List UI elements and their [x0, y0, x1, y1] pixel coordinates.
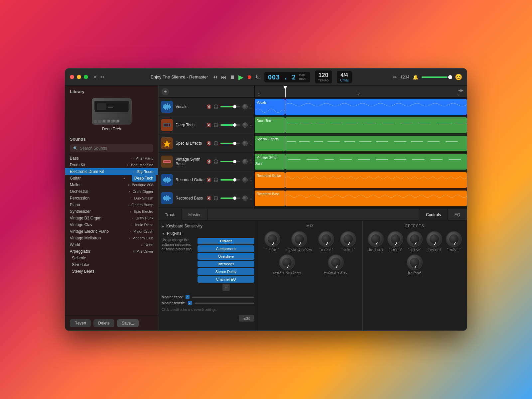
clip-deep-tech-before[interactable]: Deep Tech — [255, 117, 285, 133]
category-piano[interactable]: Piano › Electro Bump — [65, 201, 158, 208]
keyboard-sensitivity-row[interactable]: ▶ Keyboard Sensitivity — [162, 224, 254, 228]
track-lane-vintage-synth-bass[interactable]: Vintage Synth Bass — [255, 153, 467, 171]
master-echo-checkbox[interactable]: ✓ — [186, 295, 190, 299]
mute-icon[interactable]: 🔇 — [206, 141, 211, 146]
category-vintage-clav[interactable]: Vintage Clav › Indie Disco — [65, 221, 158, 228]
mute-icon[interactable]: 🔇 — [206, 159, 211, 164]
tab-master[interactable]: Master — [182, 209, 208, 220]
track-volume-slider[interactable] — [220, 198, 240, 199]
track-pan-knob[interactable] — [242, 104, 248, 109]
kick-knob[interactable] — [264, 231, 280, 247]
edit-button[interactable]: Edit — [239, 315, 254, 322]
tempo-display[interactable]: 120 TEMPO — [315, 70, 332, 83]
mute-icon[interactable]: 🔇 — [206, 196, 211, 200]
crush-knob[interactable] — [387, 231, 403, 247]
category-bass[interactable]: Bass › After Party — [65, 155, 158, 162]
search-bar[interactable]: 🔍 — [70, 144, 153, 152]
plugin-ultrabt[interactable]: Ultrabt — [198, 238, 254, 244]
category-mallet[interactable]: Mallet › Boutique 808 — [65, 182, 158, 188]
category-drumkit[interactable]: Drum Kit › Beat Machine — [65, 162, 158, 168]
drive-knob[interactable] — [446, 231, 462, 247]
headphones-icon[interactable]: 🎧 — [213, 123, 218, 127]
headphones-icon[interactable]: 🎧 — [213, 196, 218, 200]
track-lane-vocals[interactable]: Vocals — [255, 98, 467, 116]
high-cut-knob[interactable] — [368, 231, 384, 247]
minimize-button[interactable] — [77, 75, 81, 79]
alert-icon[interactable]: 🔔 — [413, 74, 418, 80]
subcategory-seismic[interactable]: Seismic — [65, 255, 158, 261]
plugin-channel-eq[interactable]: Channel EQ — [198, 276, 254, 283]
playhead[interactable] — [285, 86, 286, 97]
hihats-knob[interactable] — [318, 231, 334, 247]
plugin-compressor[interactable]: Compressor — [198, 245, 254, 252]
clip-vocals-after[interactable] — [285, 99, 467, 115]
timeline-ruler[interactable]: 1 2 3 ◀▶ — [255, 86, 467, 98]
search-input[interactable] — [80, 146, 150, 151]
delay-knob[interactable] — [407, 231, 423, 247]
clip-recorded-guitar-after[interactable] — [285, 172, 467, 188]
clip-recorded-guitar-before[interactable]: Recorded Guitar — [255, 172, 285, 188]
master-echo-slider[interactable] — [192, 297, 254, 298]
category-vintage-mellotron[interactable]: Vintage Mellotron › Modern Club — [65, 235, 158, 241]
rewind-button[interactable]: ⏮ — [212, 74, 218, 80]
add-plugin-button[interactable]: + — [222, 284, 230, 291]
master-reverb-checkbox[interactable]: ✓ — [188, 301, 192, 305]
track-lane-special-effects[interactable]: Special Effects — [255, 134, 467, 153]
track-lane-deep-tech[interactable]: Deep Tech — [255, 116, 467, 134]
track-lane-recorded-guitar[interactable]: Recorded Guitar — [255, 171, 467, 189]
track-lane-recorded-bass[interactable]: Recorded Bass — [255, 189, 467, 207]
track-pan-knob[interactable] — [242, 177, 248, 183]
category-world[interactable]: World › Neon — [65, 241, 158, 248]
add-track-button[interactable]: + — [162, 88, 169, 95]
mute-icon[interactable]: 🔇 — [206, 123, 211, 127]
account-icon[interactable]: 😊 — [455, 73, 462, 81]
track-volume-slider[interactable] — [220, 106, 240, 107]
track-volume-slider[interactable] — [220, 143, 240, 144]
track-pan-knob[interactable] — [242, 159, 248, 164]
snare-knob[interactable] — [291, 231, 307, 247]
clip-vintage-synth-before[interactable]: Vintage Synth Bass — [255, 154, 285, 170]
subcategory-steely-beats[interactable]: Steely Beats — [65, 268, 158, 275]
clip-vintage-synth-after[interactable] — [285, 154, 467, 170]
play-button[interactable]: ▶ — [238, 73, 243, 81]
category-vintage-b3[interactable]: Vintage B3 Organ › Gritty Funk — [65, 215, 158, 221]
plugin-stereo-delay[interactable]: Stereo Delay — [198, 268, 254, 275]
delete-button[interactable]: Delete — [93, 319, 114, 327]
brightness-icon[interactable]: ☀ — [93, 74, 97, 80]
track-volume-slider[interactable] — [220, 179, 240, 181]
save-button[interactable]: Save... — [117, 319, 139, 327]
maximize-button[interactable] — [84, 75, 88, 79]
reverb-knob[interactable] — [407, 254, 423, 270]
track-pan-knob[interactable] — [242, 122, 248, 128]
headphones-icon[interactable]: 🎧 — [213, 178, 218, 182]
track-volume-slider[interactable] — [220, 124, 240, 126]
subcategory-deep-tech[interactable]: Deep Tech — [132, 175, 156, 182]
clip-special-effects-after[interactable] — [285, 136, 467, 151]
stop-button[interactable]: ⏹ — [230, 74, 235, 80]
clip-recorded-bass-before[interactable]: Recorded Bass — [255, 191, 285, 206]
perc-knob[interactable] — [279, 254, 295, 270]
tab-eq[interactable]: EQ — [448, 209, 467, 220]
master-reverb-slider[interactable] — [195, 303, 254, 304]
category-arpeggiator[interactable]: Arpeggiator › Pile Driver — [65, 248, 158, 255]
clip-deep-tech-after[interactable] — [285, 117, 467, 133]
toms-knob[interactable] — [340, 231, 356, 247]
category-percussion[interactable]: Percussion › Dub Smash — [65, 195, 158, 201]
revert-button[interactable]: Revert — [70, 319, 91, 327]
clip-special-effects-before[interactable]: Special Effects — [255, 136, 285, 151]
pencil-icon[interactable]: ✏ — [393, 74, 397, 80]
record-button[interactable]: ⏺ — [247, 74, 252, 80]
plugin-bitcrusher[interactable]: Bitcrusher — [198, 261, 254, 267]
headphones-icon[interactable]: 🎧 — [213, 159, 218, 164]
mute-icon[interactable]: 🔇 — [206, 178, 211, 182]
track-pan-knob[interactable] — [242, 196, 248, 201]
tab-track[interactable]: Track — [158, 209, 182, 220]
clip-recorded-bass-after[interactable] — [285, 191, 467, 206]
mute-icon[interactable]: 🔇 — [206, 104, 211, 109]
scissors-icon[interactable]: ✂ — [100, 74, 105, 80]
subcategory-silverlake[interactable]: Silverlake — [65, 261, 158, 268]
headphones-icon[interactable]: 🎧 — [213, 104, 218, 109]
category-guitar[interactable]: Guitar › — [65, 175, 130, 182]
fast-forward-button[interactable]: ⏭ — [221, 74, 226, 80]
cymbals-knob[interactable] — [328, 254, 344, 270]
